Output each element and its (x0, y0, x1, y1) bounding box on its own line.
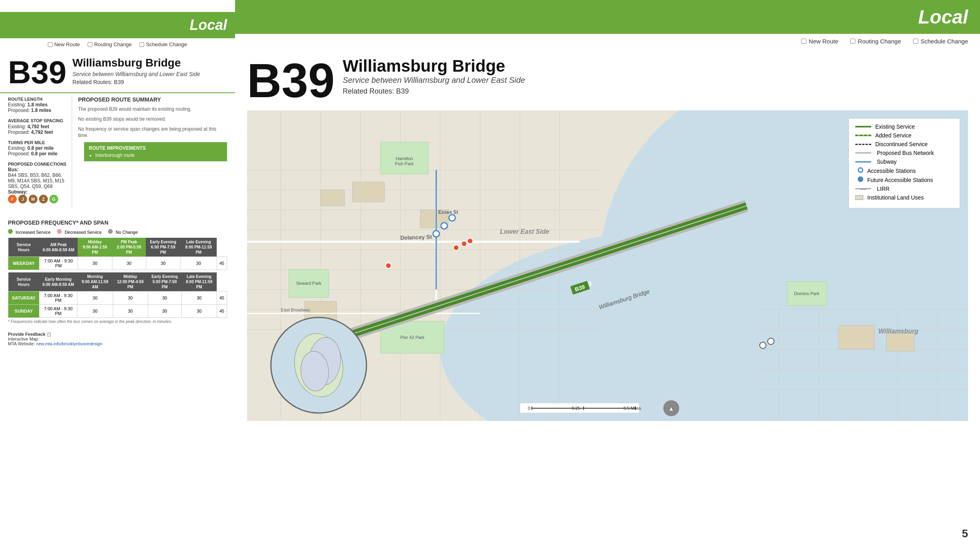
weekday-earlyeve-val: 30 (180, 257, 217, 270)
weekend-freq-table: Service Hours Early Morning6:00 AM-8:59 … (8, 272, 227, 318)
right-checkbox-new-route[interactable]: New Route (801, 38, 838, 45)
bus-connections-routes: B44 SBS, B53, B62, B66, M9, M14A SBS, M1… (8, 172, 68, 189)
institutional-label: Institutional Land Uses (867, 194, 924, 201)
right-checkbox-schedule-change[interactable]: Schedule Change (913, 38, 968, 45)
sun-val1: 30 (77, 305, 113, 318)
svg-point-57 (449, 215, 455, 221)
discontinued-service-line (855, 144, 871, 145)
right-panel: Local New Route Routing Change Schedule … (235, 0, 980, 548)
decreased-dot (57, 229, 62, 234)
new-route-checkbox[interactable] (48, 42, 53, 47)
svg-rect-41 (353, 182, 384, 202)
feedback-link[interactable]: new.mta.info/brooklynbusredesign (36, 341, 102, 346)
right-route-title: Williamsburg Bridge (343, 57, 525, 76)
svg-rect-40 (321, 190, 345, 206)
turns-block: TURNS PER MILE Existing: 0.8 per mile Pr… (8, 140, 68, 157)
svg-text:0: 0 (528, 406, 530, 411)
weekday-mid-val: 30 (112, 257, 146, 270)
svg-point-69 (386, 263, 391, 268)
proposed-summary-text1: The proposed B39 would maintain its exis… (78, 106, 227, 113)
svg-rect-44 (839, 325, 874, 349)
sat-val5: 45 (217, 292, 227, 305)
weekday-pm-val: 30 (146, 257, 180, 270)
lirr-label: LIRR (877, 186, 890, 192)
avg-stop-proposed: Proposed: 4,792 feet (8, 129, 68, 135)
svg-text:Essex St: Essex St (438, 209, 458, 215)
pm-peak-header: PM Peak2:00 PM-5:59 PM (112, 238, 146, 257)
right-route-title-area: B39 Williamsburg Bridge Service between … (235, 49, 980, 110)
svg-text:East Broadway: East Broadway (281, 307, 310, 312)
route-title-area: B39 Williamsburg Bridge Service between … (0, 51, 235, 92)
svg-text:Domino Park: Domino Park (794, 291, 819, 296)
left-panel: Local New Route Routing Change Schedule … (0, 0, 235, 548)
svg-point-68 (467, 238, 473, 244)
weekday-am-val: 30 (78, 257, 112, 270)
svg-text:Pier 42 Park: Pier 42 Park (400, 335, 425, 340)
svg-point-66 (453, 245, 459, 251)
svg-text:Fish Park: Fish Park (395, 161, 414, 166)
right-checkbox-routing-change[interactable]: Routing Change (850, 38, 901, 45)
sat-val4: 30 (181, 292, 217, 305)
proposed-summary-text2: No existing B39 stops would be removed. (78, 116, 227, 123)
right-route-related: Related Routes: B39 (343, 87, 525, 96)
route-related: Related Routes: B39 (73, 79, 200, 85)
legend-lirr: LIRR (855, 186, 953, 192)
accessible-dot (858, 167, 863, 174)
avg-stop-label: AVERAGE STOP SPACING (8, 118, 68, 123)
svg-text:Lower East Side: Lower East Side (500, 228, 549, 235)
sat-val3: 30 (148, 292, 181, 305)
accessible-icon (858, 167, 863, 173)
checkbox-new-route[interactable]: New Route (48, 41, 80, 47)
right-route-subtitle: Service between Williamsburg and Lower E… (343, 76, 525, 85)
sunday-row: SUNDAY 7:00 AM - 9:30 PM 30 30 30 30 45 (8, 305, 227, 318)
route-length-proposed: Proposed: 1.8 miles (8, 108, 68, 113)
sun-val3: 30 (148, 305, 181, 318)
route-length-block: ROUTE LENGTH Existing: 1.8 miles Propose… (8, 96, 68, 113)
added-service-line (855, 135, 871, 136)
route-improvements-list: Interborough route (89, 153, 222, 158)
discontinued-service-label: Discontinued Service (875, 141, 928, 147)
route-info: Williamsburg Bridge Service between Will… (73, 57, 200, 85)
right-routing-change-checkbox[interactable] (850, 39, 855, 44)
weekday-hours: 7:00 AM - 9:30 PM (39, 257, 78, 270)
bus-connections-label: Bus: (8, 167, 68, 172)
legend-institutional: Institutional Land Uses (855, 194, 953, 201)
subway-f-icon: F (8, 195, 17, 204)
subway-m-icon: M (29, 195, 37, 204)
right-checkboxes: New Route Routing Change Schedule Change (235, 34, 980, 49)
legend-proposed-bus: Proposed Bus Network (855, 150, 953, 156)
feedback-section: Provide Feedback 📋 Interactive Map: MTA … (0, 328, 235, 350)
feedback-interactive-map: Interactive Map: (8, 337, 227, 341)
turns-proposed: Proposed: 0.8 per mile (8, 151, 68, 157)
connections-label: PROPOSED CONNECTIONS (8, 161, 68, 167)
routing-change-checkbox[interactable] (88, 42, 92, 47)
added-service-label: Added Service (875, 132, 911, 139)
right-schedule-change-checkbox[interactable] (913, 39, 918, 44)
freq-note: * Frequencies indicate how often the bus… (8, 319, 227, 324)
future-accessible-icon (858, 176, 863, 182)
sat-val1: 30 (77, 292, 113, 305)
stats-left: ROUTE LENGTH Existing: 1.8 miles Propose… (8, 96, 72, 208)
weekday-row: WEEKDAY 7:00 AM - 9:30 PM 30 30 30 30 45 (8, 257, 227, 270)
checkbox-schedule-change[interactable]: Schedule Change (139, 41, 187, 47)
sat-val2: 30 (113, 292, 148, 305)
route-number: B39 (8, 57, 67, 88)
left-header-banner: Local (0, 12, 235, 38)
early-morn-header: Early Morning6:00 AM-8:59 AM (39, 272, 77, 292)
stats-section: ROUTE LENGTH Existing: 1.8 miles Propose… (0, 92, 235, 211)
svg-text:Williamsburg: Williamsburg (878, 328, 919, 335)
checkbox-routing-change[interactable]: Routing Change (88, 41, 131, 47)
weekend-header-row: Service Hours Early Morning6:00 AM-8:59 … (8, 272, 227, 292)
frequency-section: PROPOSED FREQUENCY* AND SPAN Increased S… (0, 215, 235, 328)
sun-hours: 7:00 AM - 9:30 PM (39, 305, 77, 318)
subway-icons: F J M Z G (8, 195, 68, 204)
increased-dot (8, 229, 13, 234)
svg-point-56 (441, 223, 447, 229)
right-new-route-checkbox[interactable] (801, 39, 806, 44)
weekday-header-row: Service Hours AM Peak6:00 AM-8:59 AM Mid… (8, 238, 227, 257)
schedule-change-checkbox[interactable] (139, 42, 144, 47)
svg-point-71 (768, 338, 774, 344)
sat-hours: 7:00 AM - 9:30 PM (39, 292, 77, 305)
feedback-title: Provide Feedback 📋 (8, 332, 227, 337)
institutional-icon (855, 195, 863, 200)
